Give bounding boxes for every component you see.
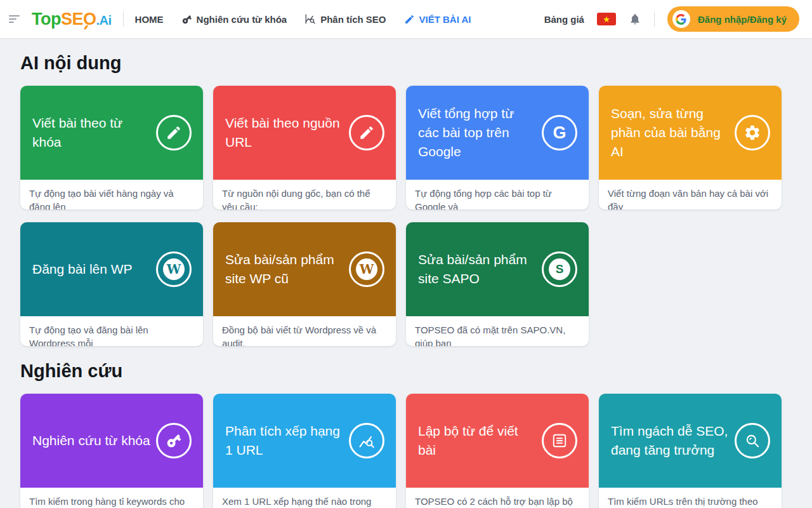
card-description: Từ nguồn nội dung gốc, bạn có thể yêu cầ… — [213, 180, 396, 210]
search-icon — [735, 423, 770, 458]
card-post-to-wordpress[interactable]: Đăng bài lên WP W Tự động tạo và đăng bà… — [20, 222, 203, 346]
menu-icon[interactable] — [9, 15, 23, 23]
logo-text-top: Top — [32, 10, 61, 29]
wordpress-icon: W — [349, 251, 384, 287]
google-g-icon — [672, 10, 690, 28]
card-header: Sửa bài/sản phẩm site SAPO S — [406, 222, 589, 316]
sapo-icon: S — [542, 251, 577, 287]
pen-icon — [349, 115, 384, 150]
card-header: Viết tổng hợp từ các bài top trên Google… — [406, 86, 589, 180]
card-title: Lập bộ từ để viết bài — [418, 422, 542, 460]
header-right-group: Bảng giá ★ Đăng nhập/Đăng ký — [544, 6, 799, 32]
card-write-article-from-keyword[interactable]: Viết bài theo từ khóa Tự động tạo bài vi… — [20, 86, 203, 210]
header-divider — [123, 11, 124, 27]
card-header: Viết bài theo nguồn URL — [213, 86, 396, 180]
card-title: Sửa bài/sản phẩm site SAPO — [418, 250, 542, 288]
card-description: Tự động tạo bài viết hàng ngày và đăng l… — [20, 180, 203, 210]
google-g-icon: G — [542, 115, 577, 150]
card-header: Lập bộ từ để viết bài — [406, 394, 589, 488]
header-divider — [654, 11, 655, 27]
card-description: Tự động tạo và đăng bài lên Wordpress mỗ… — [20, 316, 203, 346]
card-url-rank-analysis[interactable]: Phân tích xếp hạng 1 URL Xem 1 URL xếp h… — [213, 394, 396, 508]
logo-text-ai: .Ai — [96, 13, 112, 28]
card-header: Viết bài theo từ khóa — [20, 86, 203, 180]
card-description: TOPSEO đã có mặt trên SAPO.VN, giúp bạn — [406, 316, 589, 346]
card-keyword-research[interactable]: Nghiên cứu từ khóa Tìm kiếm trong hàng t… — [20, 394, 203, 508]
sapo-s-letter: S — [556, 262, 564, 276]
nav-item-keyword-research[interactable]: Nghiên cứu từ khóa — [181, 14, 287, 25]
card-description: TOPSEO có 2 cách hỗ trợ bạn lập bộ từ để — [406, 488, 589, 508]
signin-signup-button[interactable]: Đăng nhập/Đăng ký — [667, 6, 799, 32]
card-title: Phân tích xếp hạng 1 URL — [225, 422, 349, 460]
card-title: Sửa bài/sản phẩm site WP cũ — [225, 250, 349, 288]
card-write-article-from-url[interactable]: Viết bài theo nguồn URL Từ nguồn nội dun… — [213, 86, 396, 210]
card-header: Tìm ngách dễ SEO, đang tăng trưởng — [599, 394, 782, 488]
flag-star: ★ — [603, 15, 610, 23]
section-title-ai-content: AI nội dung — [20, 53, 782, 74]
card-description: Xem 1 URL xếp hạng thế nào trong "nhóm — [213, 488, 396, 508]
pen-icon — [404, 14, 415, 25]
card-header: Đăng bài lên WP W — [20, 222, 203, 316]
main-content: AI nội dung Viết bài theo từ khóa Tự độn… — [0, 53, 812, 508]
nav-item-seo-analysis[interactable]: Phân tích SEO — [304, 13, 386, 25]
card-title: Viết bài theo từ khóa — [32, 114, 156, 152]
card-header: Nghiên cứu từ khóa — [20, 394, 203, 488]
card-description: Đồng bộ bài viết từ Wordpress về và audi… — [213, 316, 396, 346]
card-header: Sửa bài/sản phẩm site WP cũ W — [213, 222, 396, 316]
card-header: Phân tích xếp hạng 1 URL — [213, 394, 396, 488]
key-icon — [179, 11, 194, 27]
top-navbar: TopSEO.Ai HOME Nghiên cứu từ khóa Phân t… — [0, 0, 812, 38]
gear-icon — [735, 115, 770, 150]
notification-bell-icon[interactable] — [629, 13, 641, 25]
card-title: Nghiên cứu từ khóa — [32, 431, 156, 450]
research-card-grid: Nghiên cứu từ khóa Tìm kiếm trong hàng t… — [20, 394, 782, 508]
wordpress-w-letter: W — [167, 262, 181, 277]
card-header: Soạn, sửa từng phần của bài bằng AI — [599, 86, 782, 180]
vietnam-flag[interactable]: ★ — [597, 13, 616, 25]
topseo-logo[interactable]: TopSEO.Ai — [32, 10, 112, 29]
word-list-icon — [542, 423, 577, 458]
nav-keyword-research-label: Nghiên cứu từ khóa — [197, 14, 287, 25]
card-title: Tìm ngách dễ SEO, đang tăng trưởng — [611, 422, 735, 460]
card-title: Đăng bài lên WP — [32, 260, 156, 279]
card-edit-sapo-site[interactable]: Sửa bài/sản phẩm site SAPO S TOPSEO đã c… — [406, 222, 589, 346]
nav-item-pricing[interactable]: Bảng giá — [544, 14, 584, 25]
pen-icon — [156, 115, 192, 150]
card-write-summary-from-google-top[interactable]: Viết tổng hợp từ các bài top trên Google… — [406, 86, 589, 210]
card-title: Viết bài theo nguồn URL — [225, 114, 349, 152]
nav-ai-writer-label: VIẾT BÀI AI — [419, 14, 471, 25]
rank-chart-icon — [349, 423, 384, 458]
wordpress-icon: W — [156, 251, 192, 287]
card-description: Viết từng đoạn văn bản hay cả bài với đầ… — [599, 180, 782, 210]
card-edit-old-wp-site[interactable]: Sửa bài/sản phẩm site WP cũ W Đồng bộ bà… — [213, 222, 396, 346]
card-title: Viết tổng hợp từ các bài top trên Google — [418, 104, 542, 161]
nav-home-label: HOME — [135, 14, 164, 25]
logo-magnifier-o: O — [83, 10, 96, 29]
main-nav: HOME Nghiên cứu từ khóa Phân tích SEO VI… — [135, 13, 471, 25]
wordpress-w-letter: W — [360, 262, 374, 277]
card-description: Tìm kiếm URLs trên thị trường theo các — [599, 488, 782, 508]
nav-seo-analysis-label: Phân tích SEO — [320, 14, 386, 25]
key-icon — [156, 423, 192, 458]
card-description: Tìm kiếm trong hàng tỉ keywords cho thị — [20, 488, 203, 508]
card-keyword-set-builder[interactable]: Lập bộ từ để viết bài TOPSEO có 2 cách h… — [406, 394, 589, 508]
logo-text-se: SE — [61, 10, 83, 29]
ai-content-card-grid: Viết bài theo từ khóa Tự động tạo bài vi… — [20, 86, 782, 346]
nav-item-home[interactable]: HOME — [135, 14, 164, 25]
signin-signup-label: Đăng nhập/Đăng ký — [698, 14, 787, 25]
card-find-seo-niche[interactable]: Tìm ngách dễ SEO, đang tăng trưởng Tìm k… — [599, 394, 782, 508]
card-ai-section-editor[interactable]: Soạn, sửa từng phần của bài bằng AI Viết… — [599, 86, 782, 210]
card-description: Tự động tổng hợp các bài top từ Google v… — [406, 180, 589, 210]
nav-item-ai-writer[interactable]: VIẾT BÀI AI — [404, 14, 471, 25]
rank-chart-icon — [304, 13, 316, 25]
card-title: Soạn, sửa từng phần của bài bằng AI — [611, 104, 735, 161]
section-title-research: Nghiên cứu — [20, 361, 782, 382]
